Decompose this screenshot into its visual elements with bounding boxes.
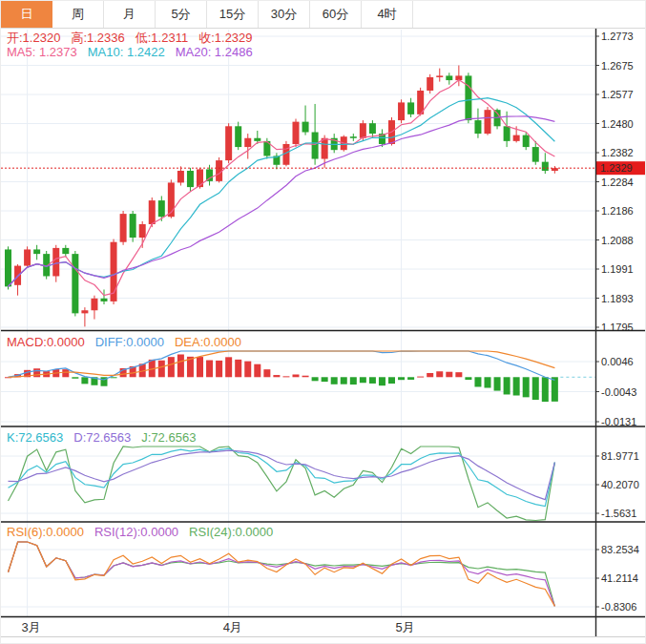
macd-bar [263, 369, 270, 377]
candle-down [532, 147, 539, 162]
macd-bar [465, 377, 471, 380]
tab-60min[interactable]: 60分 [310, 1, 362, 28]
price-axis-label: 1.2088 [601, 235, 634, 246]
candle-up [513, 135, 520, 141]
candle-down [62, 248, 69, 254]
candle-down [369, 123, 376, 134]
macd-axis-label: 0.0046 [601, 356, 634, 367]
candle-up [120, 214, 127, 242]
ma5-line [9, 80, 555, 296]
macd-bar [436, 371, 443, 377]
candle-up [244, 138, 251, 147]
candle-down [187, 171, 194, 187]
price-axis-label: 1.1893 [601, 293, 634, 304]
d-value: D:72.6563 [73, 430, 131, 445]
candle-up [52, 248, 59, 277]
macd-bar [177, 354, 184, 377]
macd-bar [302, 376, 309, 378]
candle-down [302, 122, 309, 133]
macd-bar [197, 357, 203, 377]
ohlc-readout: 开:1.2320高:1.2336低:1.2311收:1.2329 [7, 31, 263, 45]
macd-bar [455, 372, 462, 377]
rsi-readout: RSI(6):0.0000RSI(12):0.0000RSI(24):0.000… [7, 525, 283, 539]
macd-bar [427, 373, 433, 377]
macd-bar [331, 377, 338, 384]
month-label: 3月 [22, 619, 41, 636]
current-price-tag-label: 1.2329 [600, 162, 633, 174]
macd-bar [216, 361, 222, 377]
candle-up [485, 110, 491, 134]
tab-5min[interactable]: 5分 [156, 1, 207, 28]
tab-30min[interactable]: 30分 [259, 1, 310, 28]
candle-down [474, 120, 481, 134]
candle-up [24, 249, 31, 265]
k-value: K:72.6563 [7, 430, 63, 445]
macd-bar [398, 377, 405, 380]
macd-bar [360, 377, 366, 383]
rsi12-value: RSI(12):0.0000 [94, 525, 178, 539]
macd-bar [407, 377, 414, 380]
rsi6-line [9, 542, 555, 606]
tab-month[interactable]: 月 [104, 1, 156, 28]
rsi24-value: RSI(24):0.0000 [189, 525, 273, 539]
candle-down [235, 126, 241, 147]
macd-bar [293, 374, 300, 377]
price-axis-label: 1.2284 [601, 177, 634, 188]
macd-bar [417, 377, 424, 378]
diff-value: DIFF:0.0000 [95, 335, 164, 349]
candle-up [139, 224, 146, 238]
close-value: 收:1.2329 [198, 31, 252, 45]
macd-bar [532, 377, 539, 400]
rsi12-line [9, 542, 555, 606]
macd-bar [312, 377, 319, 381]
ma10-value: MA10: 1.2422 [88, 45, 165, 59]
candle-up [177, 171, 184, 182]
low-value: 低:1.2311 [135, 31, 188, 45]
macd-bar [322, 377, 328, 382]
tab-week[interactable]: 周 [52, 1, 104, 28]
candle-down [446, 75, 452, 80]
candle-up [197, 169, 203, 187]
macd-bar [369, 377, 376, 384]
month-label: 4月 [223, 619, 242, 636]
price-axis-label: 1.2773 [601, 31, 634, 42]
timeframe-tabs: 日周月5分15分30分60分4时 [1, 1, 646, 29]
macd-bar [273, 375, 280, 377]
candle-up [293, 122, 300, 144]
candle-up [360, 123, 366, 138]
macd-bar [62, 369, 69, 377]
candle-down [33, 249, 40, 254]
macd-bar [523, 377, 530, 397]
ma20-line [9, 116, 555, 287]
macd-bar [542, 377, 549, 402]
candle-up [322, 138, 328, 159]
macd-bar [494, 377, 501, 390]
candle-up [216, 160, 222, 181]
macd-value: MACD:0.0000 [7, 335, 85, 349]
dea-line [9, 351, 555, 377]
candle-up [398, 102, 405, 120]
candle-down [158, 200, 165, 217]
tab-4hour[interactable]: 4时 [362, 1, 413, 28]
macd-bar [254, 364, 260, 378]
candle-down [504, 126, 511, 141]
macd-bar [111, 377, 117, 378]
macd-readout: MACD:0.0000DIFF:0.0000DEA:0.0000 [7, 335, 252, 349]
price-axis-label: 1.2382 [601, 147, 634, 158]
tab-15min[interactable]: 15分 [207, 1, 259, 28]
rsi-axis-label: 83.2534 [601, 544, 639, 555]
macd-bar [158, 361, 165, 378]
candle-up [436, 75, 443, 77]
macd-bar [81, 377, 88, 384]
macd-bar [504, 377, 511, 394]
candle-down [130, 214, 136, 238]
macd-bar [485, 377, 491, 387]
open-value: 开:1.2320 [7, 31, 60, 45]
candle-up [14, 266, 21, 285]
rsi-axis-label: -0.8306 [601, 601, 636, 613]
rsi-axis-label: 41.2114 [601, 572, 638, 584]
macd-bar [235, 360, 241, 377]
macd-bar [341, 377, 347, 384]
tab-day[interactable]: 日 [1, 1, 52, 28]
macd-bar [72, 377, 78, 378]
